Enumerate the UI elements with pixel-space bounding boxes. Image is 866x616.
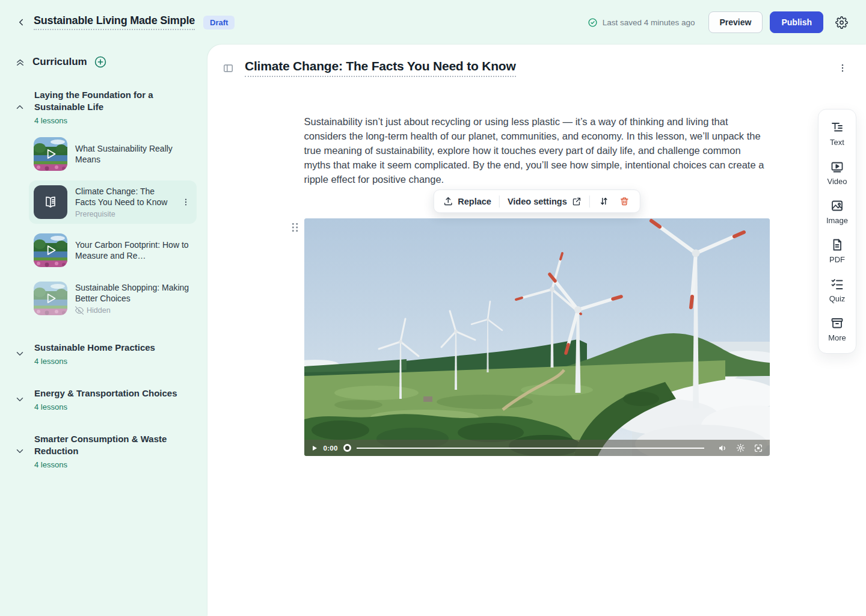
- lesson-video-thumbnail: [34, 233, 67, 267]
- lesson-options-button[interactable]: [836, 61, 849, 75]
- check-circle-icon: [588, 17, 598, 28]
- lesson-title: Climate Change: The Facts You Need to Kn…: [75, 186, 172, 208]
- move-block-button[interactable]: [598, 195, 610, 208]
- section-title[interactable]: Sustainable Home Practices: [34, 342, 197, 354]
- section-lesson-count: 4 lessons: [34, 116, 197, 125]
- chevron-down-icon[interactable]: [14, 348, 28, 359]
- external-link-icon: [572, 197, 582, 206]
- kebab-icon: [181, 197, 191, 207]
- book-open-icon: [43, 194, 58, 210]
- video-icon: [830, 159, 844, 174]
- player-settings-button[interactable]: [736, 443, 745, 452]
- drag-handle[interactable]: [291, 222, 299, 233]
- quiz-icon: [830, 277, 844, 291]
- kebab-icon: [837, 63, 848, 73]
- autosave-status: Last saved 4 minutes ago: [588, 17, 695, 28]
- lesson-video-thumbnail: [34, 137, 67, 171]
- add-more-block-button[interactable]: More: [828, 316, 846, 342]
- play-icon: [311, 445, 318, 452]
- text-icon: [830, 120, 844, 135]
- section-title[interactable]: Smarter Consumption & Waste Reduction: [34, 433, 197, 457]
- lesson-item[interactable]: What Sustainability Really Means: [29, 132, 197, 176]
- lesson-paragraph[interactable]: Sustainability isn’t just about recyclin…: [304, 114, 770, 186]
- pdf-icon: [830, 238, 844, 252]
- curriculum-sidebar: Curriculum Laying the Foundation for a S…: [0, 45, 207, 616]
- image-icon: [830, 199, 844, 213]
- delete-block-button[interactable]: [618, 195, 631, 208]
- last-saved-text: Last saved 4 minutes ago: [603, 18, 695, 27]
- add-pdf-block-button[interactable]: PDF: [829, 238, 845, 264]
- video-controls-bar: 0:00: [304, 440, 770, 456]
- lesson-editor: Climate Change: The Facts You Need to Kn…: [207, 45, 866, 616]
- play-button[interactable]: [311, 445, 318, 452]
- toolbar-divider: [499, 196, 500, 208]
- fullscreen-icon: [754, 443, 763, 453]
- video-still-wind-turbines: [304, 218, 770, 456]
- lesson-title: What Sustainability Really Means: [75, 143, 192, 165]
- block-palette: Text Video Image PDF Quiz More: [818, 109, 856, 354]
- lesson-title: Sustainable Shopping: Making Better Choi…: [75, 282, 192, 304]
- grip-dots-icon: [291, 222, 299, 233]
- curriculum-section: Laying the Foundation for a Sustainable …: [14, 89, 197, 320]
- status-badge: Draft: [203, 16, 235, 29]
- lesson-item-hidden[interactable]: Sustainable Shopping: Making Better Choi…: [29, 277, 197, 320]
- section-title[interactable]: Energy & Transportation Choices: [34, 387, 197, 399]
- lesson-video-thumbnail: [34, 282, 67, 315]
- block-toolbar: Replace Video settings: [433, 189, 640, 213]
- video-player[interactable]: 0:00: [304, 218, 770, 456]
- fullscreen-button[interactable]: [754, 443, 763, 453]
- add-video-block-button[interactable]: Video: [827, 159, 847, 186]
- topbar: Sustainable Living Made Simple Draft Las…: [0, 0, 866, 45]
- section-title[interactable]: Laying the Foundation for a Sustainable …: [34, 89, 197, 113]
- section-lesson-count: 4 lessons: [34, 460, 197, 469]
- add-quiz-block-button[interactable]: Quiz: [829, 277, 846, 303]
- sort-arrows-icon: [599, 196, 609, 206]
- curriculum-section: Sustainable Home Practices 4 lessons: [14, 342, 197, 366]
- progress-track[interactable]: [357, 448, 704, 449]
- volume-icon: [718, 443, 728, 453]
- add-section-button[interactable]: [94, 55, 107, 69]
- section-lesson-count: 4 lessons: [34, 357, 197, 366]
- volume-button[interactable]: [718, 443, 728, 453]
- replace-label: Replace: [458, 197, 491, 206]
- play-icon: [34, 282, 67, 315]
- course-title[interactable]: Sustainable Living Made Simple: [34, 14, 195, 30]
- double-chevron-up-icon: [14, 57, 26, 68]
- scrubber-knob[interactable]: [343, 444, 351, 452]
- curriculum-heading: Curriculum: [32, 56, 87, 68]
- add-text-block-button[interactable]: Text: [830, 120, 844, 147]
- replace-video-button[interactable]: Replace: [443, 196, 491, 206]
- curriculum-section: Energy & Transportation Choices 4 lesson…: [14, 387, 197, 411]
- playback-time: 0:00: [324, 445, 338, 452]
- upload-icon: [443, 196, 453, 206]
- lesson-title: Your Carbon Footprint: How to Measure an…: [75, 239, 192, 261]
- lesson-meta-text: Hidden: [87, 306, 111, 315]
- publish-button[interactable]: Publish: [770, 11, 823, 33]
- chevron-down-icon[interactable]: [14, 394, 28, 405]
- lesson-reading-tile: [34, 185, 67, 219]
- lesson-item-selected[interactable]: Climate Change: The Facts You Need to Kn…: [29, 180, 197, 224]
- lesson-meta: Prerequisite: [75, 210, 172, 218]
- video-block: Replace Video settings: [304, 218, 770, 456]
- toggle-sidebar-button[interactable]: [220, 60, 236, 76]
- lesson-item[interactable]: Your Carbon Footprint: How to Measure an…: [29, 229, 197, 272]
- collapse-all-button[interactable]: [14, 57, 26, 68]
- curriculum-section: Smarter Consumption & Waste Reduction 4 …: [14, 433, 197, 469]
- chevron-down-icon[interactable]: [14, 446, 28, 457]
- section-lesson-count: 4 lessons: [34, 402, 197, 411]
- add-image-block-button[interactable]: Image: [826, 199, 848, 225]
- trash-icon: [619, 196, 630, 206]
- panel-left-icon: [223, 63, 234, 74]
- settings-label: Video settings: [508, 197, 567, 206]
- lesson-menu-button[interactable]: [180, 196, 192, 208]
- preview-button[interactable]: Preview: [708, 11, 763, 33]
- eye-off-icon: [75, 306, 84, 315]
- video-settings-button[interactable]: Video settings: [508, 197, 582, 206]
- page-title[interactable]: Climate Change: The Facts You Need to Kn…: [245, 59, 516, 77]
- chevron-up-icon[interactable]: [14, 102, 28, 112]
- back-button[interactable]: [13, 14, 29, 30]
- settings-button[interactable]: [833, 14, 850, 31]
- gear-icon: [835, 16, 848, 29]
- play-icon: [34, 233, 67, 267]
- chevron-left-icon: [16, 17, 26, 28]
